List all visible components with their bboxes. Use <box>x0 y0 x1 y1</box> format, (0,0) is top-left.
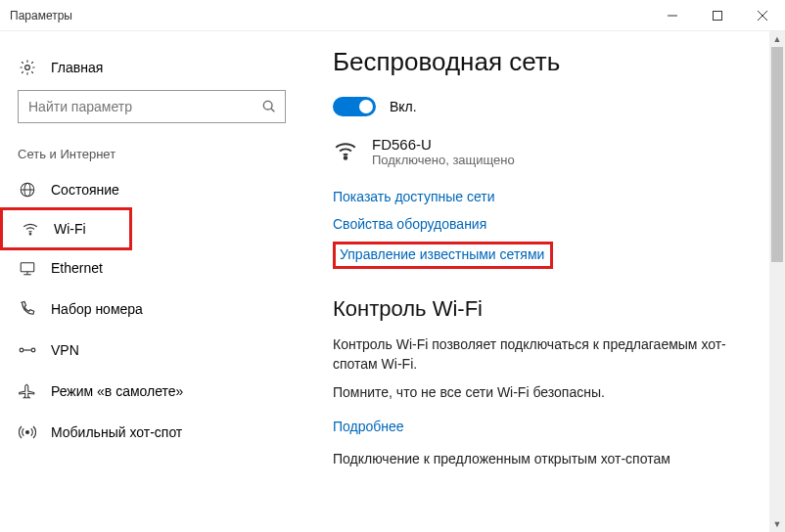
scroll-thumb[interactable] <box>771 47 783 262</box>
phone-icon <box>18 300 37 318</box>
sidebar-item-label: Набор номера <box>51 301 143 317</box>
sidebar-item-dialup[interactable]: Набор номера <box>0 288 303 330</box>
search-input[interactable] <box>28 99 252 114</box>
current-network[interactable]: FD566-U Подключено, защищено <box>333 136 760 167</box>
svg-point-14 <box>20 348 23 352</box>
titlebar: Параметры <box>0 0 785 31</box>
wifi-control-title: Контроль Wi-Fi <box>333 296 760 322</box>
search-box[interactable] <box>18 90 286 123</box>
window-controls <box>650 0 785 31</box>
wifi-signal-icon <box>333 138 358 163</box>
network-name: FD566-U <box>372 136 515 153</box>
close-button[interactable] <box>740 0 785 31</box>
wifi-control-desc: Контроль Wi-Fi позволяет подключаться к … <box>333 335 760 374</box>
page-title: Беспроводная сеть <box>333 47 760 77</box>
sidebar-item-wifi[interactable]: Wi-Fi <box>0 207 132 250</box>
network-status: Подключено, защищено <box>372 153 515 167</box>
sidebar: Главная Сеть и Интернет Состояние <box>0 31 303 532</box>
content: Главная Сеть и Интернет Состояние <box>0 31 785 532</box>
svg-point-15 <box>31 348 35 352</box>
link-show-networks[interactable]: Показать доступные сети <box>333 183 760 210</box>
scroll-up-icon[interactable]: ▲ <box>769 31 785 47</box>
window-title: Параметры <box>10 9 650 22</box>
wifi-toggle-row: Вкл. <box>333 97 760 116</box>
sidebar-item-label: Состояние <box>51 182 119 198</box>
scroll-down-icon[interactable]: ▼ <box>769 516 785 532</box>
svg-point-10 <box>29 234 31 236</box>
svg-point-18 <box>345 156 347 159</box>
sidebar-item-label: VPN <box>51 342 79 358</box>
home-label: Главная <box>51 60 103 75</box>
scrollbar[interactable]: ▲ ▼ <box>769 31 785 532</box>
sidebar-item-status[interactable]: Состояние <box>0 169 303 210</box>
sidebar-item-label: Wi-Fi <box>54 221 86 237</box>
wifi-icon <box>21 220 40 238</box>
sidebar-item-vpn[interactable]: VPN <box>0 330 303 371</box>
connect-suggested-label: Подключение к предложенным открытым хот-… <box>333 450 760 469</box>
svg-line-6 <box>271 109 274 111</box>
wifi-control-note: Помните, что не все сети Wi-Fi безопасны… <box>333 383 760 403</box>
group-label: Сеть и Интернет <box>0 137 303 169</box>
sidebar-item-ethernet[interactable]: Ethernet <box>0 247 303 288</box>
sidebar-item-label: Ethernet <box>51 260 103 276</box>
svg-point-4 <box>25 66 30 70</box>
hotspot-icon <box>18 423 37 441</box>
svg-rect-1 <box>714 11 722 20</box>
globe-icon <box>18 181 37 199</box>
ethernet-icon <box>18 259 37 277</box>
sidebar-item-hotspot[interactable]: Мобильный хот-спот <box>0 412 303 453</box>
gear-icon <box>18 59 37 76</box>
highlight-manage-known: Управление известными сетями <box>333 242 553 269</box>
main: Беспроводная сеть Вкл. FD566-U Подключен… <box>303 31 785 532</box>
toggle-label: Вкл. <box>390 99 417 114</box>
svg-point-17 <box>26 431 29 434</box>
minimize-button[interactable] <box>650 0 695 31</box>
vpn-icon <box>18 342 37 358</box>
airplane-icon <box>18 382 37 400</box>
svg-rect-11 <box>21 263 34 272</box>
sidebar-item-label: Мобильный хот-спот <box>51 424 182 440</box>
wifi-toggle[interactable] <box>333 97 376 116</box>
maximize-button[interactable] <box>695 0 740 31</box>
link-more[interactable]: Подробнее <box>333 413 760 440</box>
home-row[interactable]: Главная <box>0 51 303 84</box>
search-wrap <box>0 84 303 137</box>
svg-point-5 <box>263 101 272 110</box>
search-icon <box>261 99 277 114</box>
sidebar-item-airplane[interactable]: Режим «в самолете» <box>0 371 303 412</box>
link-hardware-props[interactable]: Свойства оборудования <box>333 210 760 238</box>
sidebar-item-label: Режим «в самолете» <box>51 383 183 399</box>
link-manage-known[interactable]: Управление известными сетями <box>340 246 544 262</box>
